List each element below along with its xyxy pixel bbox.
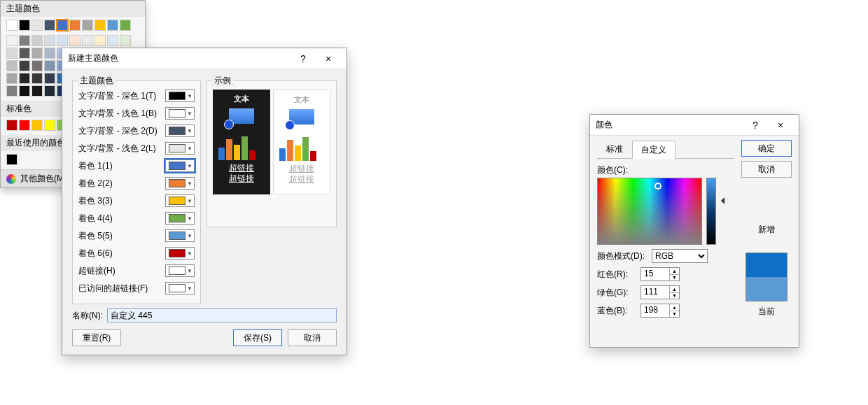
theme-name-input[interactable] — [107, 308, 337, 322]
theme-shade-cell[interactable] — [31, 35, 43, 46]
spectrum-picker[interactable] — [597, 178, 702, 245]
color-slot-swatch-button[interactable]: ▼ — [165, 229, 195, 242]
cancel-button[interactable]: 取消 — [288, 329, 337, 346]
color-slot-row: 着色 2(2) ▼ — [78, 176, 195, 190]
color-slot-swatch-button[interactable]: ▼ — [165, 212, 195, 225]
color-slot-swatch-button[interactable]: ▼ — [165, 159, 195, 172]
theme-color-cell[interactable] — [44, 20, 55, 31]
theme-shade-cell[interactable] — [31, 60, 43, 71]
sample-shape-circle — [224, 120, 234, 129]
fieldset-legend: 示例 — [211, 75, 234, 87]
theme-color-cell[interactable] — [94, 20, 106, 31]
color-mode-select[interactable]: RGB — [652, 249, 708, 263]
theme-shade-cell[interactable] — [31, 85, 43, 97]
theme-shade-cell[interactable] — [19, 73, 30, 84]
color-slot-swatch-button[interactable]: ▼ — [165, 282, 195, 294]
theme-shade-cell[interactable] — [19, 85, 30, 97]
theme-shade-cell[interactable] — [31, 73, 43, 84]
theme-shade-cell[interactable] — [19, 60, 30, 71]
spin-down-icon[interactable]: ▼ — [669, 275, 679, 281]
color-slot-label: 着色 5(5) — [78, 230, 165, 242]
theme-shade-cell[interactable] — [19, 48, 30, 59]
standard-color-cell[interactable] — [31, 120, 43, 131]
save-button[interactable]: 保存(S) — [233, 329, 282, 346]
spin-up-icon[interactable]: ▲ — [669, 268, 679, 275]
theme-shade-cell[interactable] — [6, 73, 18, 84]
theme-shade-cell[interactable] — [120, 35, 131, 46]
theme-shade-cell[interactable] — [94, 35, 106, 46]
color-swatch — [169, 197, 186, 205]
spin-up-icon[interactable]: ▲ — [669, 286, 679, 293]
dropdown-caret-icon: ▼ — [187, 250, 192, 257]
dropdown-caret-icon: ▼ — [187, 93, 192, 99]
color-slot-swatch-button[interactable]: ▼ — [165, 194, 195, 207]
theme-shade-cell[interactable] — [69, 35, 80, 46]
red-spin[interactable]: 15▲▼ — [640, 267, 680, 281]
blue-spin[interactable]: 198▲▼ — [640, 304, 680, 318]
color-slot-swatch-button[interactable]: ▼ — [165, 264, 195, 277]
theme-shade-cell[interactable] — [6, 48, 18, 59]
close-button[interactable]: × — [316, 53, 341, 64]
spin-down-icon[interactable]: ▼ — [669, 293, 679, 299]
theme-shade-cell[interactable] — [82, 35, 93, 46]
theme-color-cell[interactable] — [82, 20, 93, 31]
standard-color-cell[interactable] — [6, 120, 18, 131]
theme-color-cell[interactable] — [31, 20, 43, 31]
sample-bar — [287, 140, 293, 161]
sample-shape-circle — [285, 120, 295, 130]
dropdown-caret-icon: ▼ — [187, 180, 192, 187]
theme-shade-cell[interactable] — [57, 35, 68, 46]
theme-color-cell[interactable] — [6, 20, 18, 31]
color-slot-label: 着色 4(4) — [78, 213, 165, 225]
tab-standard[interactable]: 标准 — [597, 140, 632, 158]
color-slot-swatch-button[interactable]: ▼ — [165, 177, 195, 190]
color-slot-swatch-button[interactable]: ▼ — [165, 247, 195, 260]
reset-button[interactable]: 重置(R) — [72, 329, 121, 346]
help-button[interactable]: ? — [743, 120, 768, 131]
theme-shade-cell[interactable] — [19, 35, 30, 46]
luminance-slider[interactable] — [706, 178, 716, 245]
help-button[interactable]: ? — [290, 53, 316, 64]
color-slot-label: 文字/背景 - 浅色 1(B) — [78, 108, 165, 120]
theme-shade-cell[interactable] — [44, 35, 55, 46]
recent-color-cell[interactable] — [6, 154, 18, 165]
standard-color-cell[interactable] — [44, 120, 55, 131]
green-label: 绿色(G): — [597, 287, 636, 299]
new-color-swatch — [746, 253, 787, 277]
theme-shade-cell[interactable] — [44, 85, 55, 97]
spectrum-marker[interactable] — [654, 183, 662, 190]
theme-color-cell[interactable] — [57, 20, 68, 31]
color-slot-swatch-button[interactable]: ▼ — [165, 107, 195, 120]
theme-shade-cell[interactable] — [6, 85, 18, 97]
theme-shade-cell[interactable] — [44, 60, 55, 71]
ok-button[interactable]: 确定 — [741, 140, 792, 157]
spin-up-icon[interactable]: ▲ — [669, 304, 679, 311]
theme-color-cell[interactable] — [107, 20, 118, 31]
sample-text-label: 文本 — [278, 94, 326, 105]
cancel-button[interactable]: 取消 — [741, 161, 792, 178]
theme-color-cell[interactable] — [69, 20, 80, 31]
color-mode-label: 颜色模式(D): — [597, 250, 648, 262]
standard-color-cell[interactable] — [19, 120, 30, 131]
color-swatch — [169, 92, 186, 100]
color-swatch — [169, 284, 186, 292]
theme-colors-fieldset: 主题颜色 文字/背景 - 深色 1(T) ▼ 文字/背景 - 浅色 1(B) ▼… — [72, 80, 201, 304]
theme-shade-cell[interactable] — [44, 73, 55, 84]
spin-down-icon[interactable]: ▼ — [669, 311, 679, 318]
color-slot-swatch-button[interactable]: ▼ — [165, 125, 195, 137]
color-slot-swatch-button[interactable]: ▼ — [165, 142, 195, 155]
theme-shade-cell[interactable] — [31, 48, 43, 59]
theme-color-cell[interactable] — [19, 20, 30, 31]
theme-shade-cell[interactable] — [6, 60, 18, 71]
tab-custom[interactable]: 自定义 — [632, 141, 676, 159]
color-slot-row: 已访问的超链接(F) ▼ — [78, 281, 195, 295]
dropdown-caret-icon: ▼ — [187, 128, 192, 134]
close-button[interactable]: × — [768, 120, 793, 131]
theme-color-cell[interactable] — [120, 20, 131, 31]
green-spin[interactable]: 111▲▼ — [640, 285, 680, 299]
theme-shade-cell[interactable] — [6, 35, 18, 46]
sample-bar — [302, 137, 309, 161]
color-slot-swatch-button[interactable]: ▼ — [165, 90, 195, 102]
theme-shade-cell[interactable] — [44, 48, 55, 59]
theme-shade-cell[interactable] — [107, 35, 118, 46]
